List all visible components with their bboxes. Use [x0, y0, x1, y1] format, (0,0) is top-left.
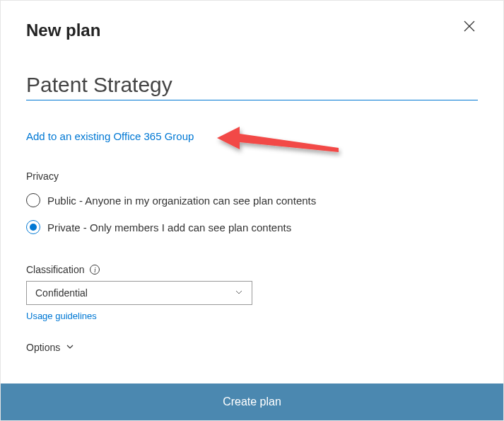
dialog-header: New plan: [26, 21, 478, 40]
close-button[interactable]: [461, 18, 478, 37]
close-icon: [464, 21, 475, 35]
chevron-down-icon: [235, 287, 243, 299]
radio-label: Public - Anyone in my organization can s…: [47, 195, 316, 207]
create-plan-button[interactable]: Create plan: [1, 383, 503, 420]
classification-dropdown[interactable]: Confidential: [26, 281, 252, 305]
plan-name-input[interactable]: [26, 71, 478, 100]
chevron-down-icon: [66, 342, 74, 353]
dropdown-selected-value: Confidential: [35, 287, 88, 299]
radio-label: Private - Only members I add can see pla…: [47, 221, 291, 233]
plan-name-field: [26, 71, 478, 100]
privacy-radio-public[interactable]: Public - Anyone in my organization can s…: [26, 193, 478, 207]
annotation-arrow: [213, 121, 344, 166]
classification-section: Classification i Confidential Usage guid…: [26, 264, 478, 322]
radio-circle-icon: [26, 220, 40, 234]
options-label: Options: [26, 342, 60, 353]
classification-label: Classification: [26, 264, 84, 275]
classification-header: Classification i: [26, 264, 478, 275]
options-toggle[interactable]: Options: [26, 342, 478, 353]
dialog-title: New plan: [26, 21, 100, 40]
usage-guidelines-link[interactable]: Usage guidelines: [26, 311, 97, 321]
add-to-group-link[interactable]: Add to an existing Office 365 Group: [26, 130, 478, 142]
radio-circle-icon: [26, 193, 40, 207]
privacy-radio-private[interactable]: Private - Only members I add can see pla…: [26, 220, 478, 234]
privacy-label: Privacy: [26, 171, 478, 182]
info-icon[interactable]: i: [90, 265, 100, 275]
new-plan-dialog: New plan Add to an existing Office 365 G…: [1, 1, 503, 420]
